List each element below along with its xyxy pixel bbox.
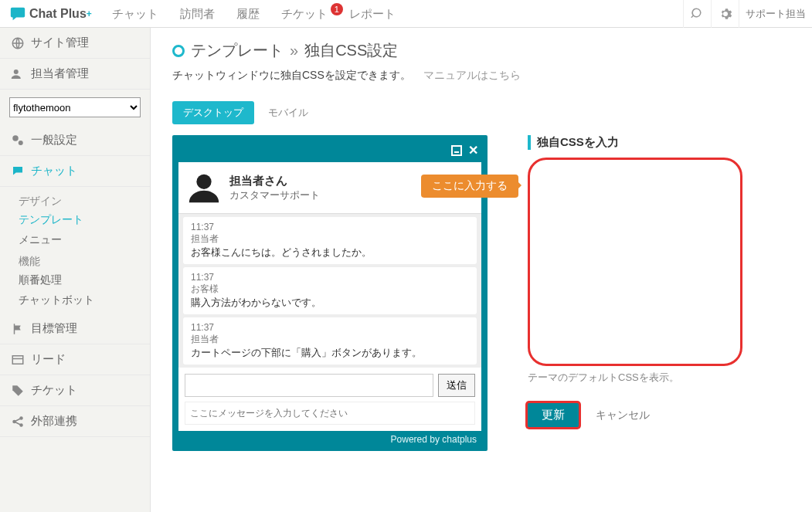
- avatar-icon: [186, 170, 222, 205]
- chat-titlebar: ✕: [178, 141, 481, 162]
- sidebar-ticket[interactable]: チケット: [0, 375, 150, 406]
- chat-message: 11:37 お客様 購入方法がわからないです。: [183, 267, 477, 314]
- topbar: Chat Plus+ チャット 訪問者 履歴 チケット1 レポート サポート担当: [0, 0, 812, 28]
- css-textarea[interactable]: [528, 158, 742, 366]
- chat-bubble-icon: [9, 5, 26, 22]
- top-nav: チャット 訪問者 履歴 チケット1 レポート: [101, 0, 406, 28]
- chat-messages: 11:37 担当者 お客様こんにちは。どうされましたか。 11:37 お客様 購…: [178, 213, 481, 368]
- actions: 更新 キャンセル: [528, 403, 797, 427]
- page-desc: チャットウィンドウに独自CSSを設定できます。 マニュアルはこちら: [172, 69, 797, 83]
- chat-input-area: 送信: [178, 368, 481, 431]
- tabs: デスクトップ モバイル: [172, 101, 797, 124]
- chat-icon: [11, 164, 25, 178]
- logo: Chat Plus+: [0, 5, 101, 22]
- svg-point-1: [14, 70, 19, 74]
- feature-header: 機能: [19, 250, 150, 270]
- manual-link[interactable]: マニュアルはこちら: [423, 69, 521, 81]
- nav-report[interactable]: レポート: [338, 0, 406, 28]
- sidebar-chat-sub: デザイン テンプレート メニュー 機能 順番処理 チャットボット: [0, 187, 150, 314]
- chat-message: 11:37 担当者 カートページの下部に「購入」ボタンがあります。: [183, 317, 477, 365]
- sidebar-chatbot[interactable]: チャットボット: [19, 290, 150, 310]
- sidebar-order[interactable]: 順番処理: [19, 270, 150, 290]
- chat-message: 11:37 担当者 お客様こんにちは。どうされましたか。: [183, 217, 477, 264]
- nav-chat[interactable]: チャット: [101, 0, 169, 28]
- send-button[interactable]: 送信: [438, 374, 475, 397]
- support-user[interactable]: サポート担当: [739, 0, 812, 28]
- sidebar-lead[interactable]: リード: [0, 344, 150, 375]
- sidebar-staff-admin[interactable]: 担当者管理: [0, 59, 150, 90]
- sidebar-external[interactable]: 外部連携: [0, 406, 150, 437]
- globe-icon: [11, 36, 25, 50]
- tag-icon: [11, 384, 25, 398]
- nav-history[interactable]: 履歴: [226, 0, 270, 28]
- cancel-link[interactable]: キャンセル: [596, 409, 650, 422]
- sidebar-general[interactable]: 一般設定: [0, 125, 150, 156]
- cogs-icon: [11, 134, 25, 147]
- sidebar-goal[interactable]: 目標管理: [0, 314, 150, 344]
- sidebar-template[interactable]: テンプレート: [19, 210, 150, 230]
- site-select-row: flytothemoon: [0, 90, 150, 125]
- editor-column: 独自CSSを入力 ここに入力する テーマのデフォルトCSSを表示。 更新 キャン…: [528, 135, 797, 427]
- chevron-right-icon: »: [290, 42, 298, 59]
- svg-point-3: [19, 141, 23, 145]
- crumb-template: テンプレート: [191, 40, 284, 61]
- sidebar-site-admin[interactable]: サイト管理: [0, 28, 150, 59]
- sidebar-menu[interactable]: メニュー: [19, 230, 150, 250]
- logo-text: Chat Plus: [29, 7, 87, 21]
- share-icon: [11, 415, 25, 429]
- tab-desktop[interactable]: デスクトップ: [172, 101, 254, 124]
- input-tooltip: ここに入力する: [421, 175, 518, 198]
- svg-point-2: [12, 135, 19, 141]
- content: テンプレート » 独自CSS設定 チャットウィンドウに独自CSSを設定できます。…: [151, 28, 812, 512]
- svg-point-9: [196, 175, 211, 189]
- sidebar-chat[interactable]: チャット: [0, 156, 150, 187]
- chat-placeholder-input[interactable]: [185, 402, 475, 425]
- agent-name: 担当者さん: [229, 174, 320, 188]
- editor-title: 独自CSSを入力: [528, 135, 797, 150]
- powered-by: Powered by chatplus: [178, 431, 481, 445]
- agent-role: カスタマーサポート: [229, 188, 320, 202]
- breadcrumb: テンプレート » 独自CSS設定: [172, 40, 797, 61]
- ring-icon: [172, 45, 185, 57]
- close-icon[interactable]: ✕: [468, 143, 478, 158]
- nav-visitor[interactable]: 訪問者: [169, 0, 226, 28]
- nav-ticket[interactable]: チケット1: [270, 0, 338, 28]
- flag-icon: [11, 322, 25, 336]
- svg-rect-4: [12, 355, 23, 364]
- gear-icon[interactable]: [711, 0, 739, 28]
- chat-text-input[interactable]: [185, 374, 433, 397]
- site-select[interactable]: flytothemoon: [9, 97, 141, 117]
- sidebar: サイト管理 担当者管理 flytothemoon 一般設定 チャット デザイン …: [0, 28, 151, 512]
- minimize-icon[interactable]: [451, 145, 462, 156]
- tab-mobile[interactable]: モバイル: [257, 101, 319, 124]
- users-icon: [11, 67, 25, 81]
- show-default-css-link[interactable]: テーマのデフォルトCSSを表示。: [528, 371, 797, 385]
- design-header: デザイン: [19, 190, 150, 210]
- update-button[interactable]: 更新: [528, 403, 579, 427]
- card-icon: [11, 353, 25, 367]
- crumb-css: 独自CSS設定: [304, 40, 398, 61]
- search-icon[interactable]: [683, 0, 711, 28]
